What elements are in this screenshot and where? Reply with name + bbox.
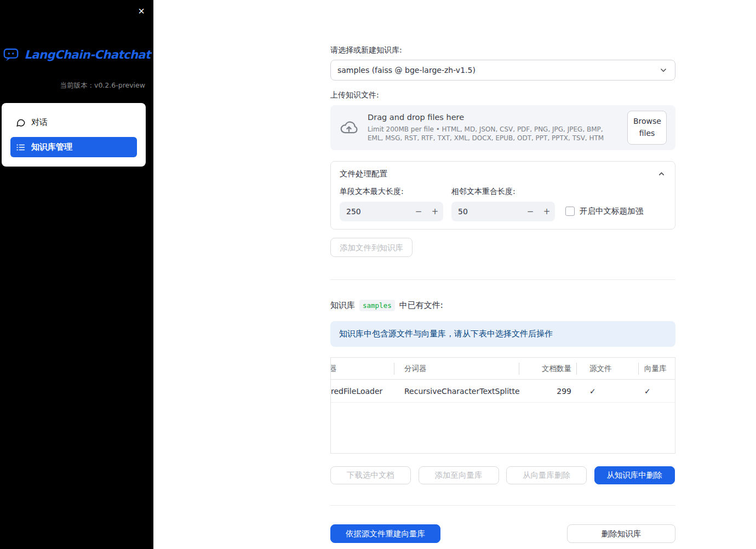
sidebar-menu: 对话 知识库管理 [2, 103, 146, 167]
chevron-down-icon [658, 65, 668, 75]
overlap-length-value: 50 [451, 207, 522, 216]
dropzone-title: Drag and drop files here [368, 113, 618, 122]
kb-select[interactable]: samples (faiss @ bge-large-zh-v1.5) [330, 60, 675, 81]
cell-source-file-check: ✓ [577, 380, 639, 402]
delete-from-vector-store-button[interactable]: 从向量库删除 [506, 466, 587, 484]
kb-select-value: samples (faiss @ bge-large-zh-v1.5) [337, 66, 658, 75]
list-icon [16, 142, 26, 152]
chinese-title-enhance: 开启中文标题加强 [565, 206, 643, 216]
col-splitter: 分词器 [394, 358, 519, 379]
chinese-title-checkbox-label: 开启中文标题加强 [580, 206, 643, 216]
chevron-up-icon [657, 169, 666, 179]
expander-header[interactable]: 文件处理配置 [331, 162, 675, 185]
kb-bottom-actions: 依据源文件重建向量库 删除知识库 [330, 524, 675, 543]
browse-files-button[interactable]: Browse files [627, 111, 667, 144]
table-row[interactable]: redFileLoader RecursiveCharacterTextSpli… [331, 380, 675, 403]
info-banner: 知识库中包含源文件与向量库，请从下表中选择文件后操作 [330, 321, 675, 347]
add-files-to-kb-button[interactable]: 添加文件到知识库 [330, 238, 413, 257]
overlap-decrement-button[interactable]: − [522, 202, 539, 221]
cell-vector-store-check: ✓ [639, 380, 675, 402]
sidebar-item-label: 对话 [31, 117, 48, 128]
kb-files-table: 器 分词器 文档数量 源文件 向量库 redFileLoader Recursi… [330, 357, 675, 454]
version-text: 当前版本：v0.2.6-preview [0, 81, 153, 90]
cell-splitter: RecursiveCharacterTextSplitter [394, 380, 519, 402]
rebuild-vector-store-button[interactable]: 依据源文件重建向量库 [330, 524, 440, 543]
sidebar-item-label: 知识库管理 [31, 142, 72, 152]
sidebar-item-dialogue[interactable]: 对话 [10, 112, 137, 133]
chatchat-logo-icon [3, 47, 19, 63]
divider [330, 505, 675, 506]
app-logo: LangChain-Chatchat [0, 47, 153, 63]
app-title: LangChain-Chatchat [24, 48, 150, 61]
kb-select-label: 请选择或新建知识库: [330, 45, 675, 55]
overlap-increment-button[interactable]: + [539, 202, 555, 221]
overlap-length-input[interactable]: 50 − + [451, 202, 555, 221]
close-sidebar-icon[interactable]: × [136, 3, 147, 19]
expander-title: 文件处理配置 [340, 169, 657, 179]
kb-name-code: samples [359, 300, 395, 311]
delete-kb-button[interactable]: 删除知识库 [567, 524, 675, 543]
file-config-expander: 文件处理配置 单段文本最大长度: 250 − + 相邻文本重合长度: 50 [330, 161, 675, 230]
divider [330, 279, 675, 280]
cell-loader: redFileLoader [331, 380, 394, 402]
col-loader: 器 [331, 358, 394, 379]
col-doc-count: 文档数量 [519, 358, 577, 379]
main-content: 请选择或新建知识库: samples (faiss @ bge-large-zh… [330, 0, 675, 543]
dropzone-limits: Limit 200MB per file • HTML, MD, JSON, C… [368, 125, 618, 142]
col-source-file: 源文件 [577, 358, 639, 379]
kb-files-heading: 知识库 samples 中已有文件: [330, 300, 675, 311]
max-length-input[interactable]: 250 − + [340, 202, 443, 221]
max-length-increment-button[interactable]: + [427, 202, 443, 221]
max-length-value: 250 [340, 207, 410, 216]
dropzone-text: Drag and drop files here Limit 200MB per… [368, 113, 618, 142]
overlap-length-label: 相邻文本重合长度: [451, 187, 555, 197]
sidebar: × LangChain-Chatchat 当前版本：v0.2.6-preview… [0, 0, 153, 549]
cell-doc-count: 299 [519, 380, 577, 402]
chat-bubble-icon [16, 118, 26, 128]
col-vector-store: 向量库 [639, 358, 675, 379]
config-row: 单段文本最大长度: 250 − + 相邻文本重合长度: 50 − + 开启中文标… [331, 185, 675, 229]
chinese-title-checkbox[interactable] [565, 207, 575, 216]
delete-from-kb-button[interactable]: 从知识库中删除 [594, 466, 675, 484]
file-action-buttons: 下载选中文档 添加至向量库 从向量库删除 从知识库中删除 [330, 466, 675, 484]
upload-label: 上传知识文件: [330, 90, 675, 100]
max-length-decrement-button[interactable]: − [410, 202, 427, 221]
file-dropzone[interactable]: Drag and drop files here Limit 200MB per… [330, 105, 675, 150]
sidebar-item-knowledge-base[interactable]: 知识库管理 [10, 137, 137, 157]
table-header-row: 器 分词器 文档数量 源文件 向量库 [331, 358, 675, 380]
max-length-label: 单段文本最大长度: [340, 187, 443, 197]
cloud-upload-icon [339, 118, 359, 138]
add-to-vector-store-button[interactable]: 添加至向量库 [419, 466, 499, 484]
download-selected-button[interactable]: 下载选中文档 [330, 466, 411, 484]
